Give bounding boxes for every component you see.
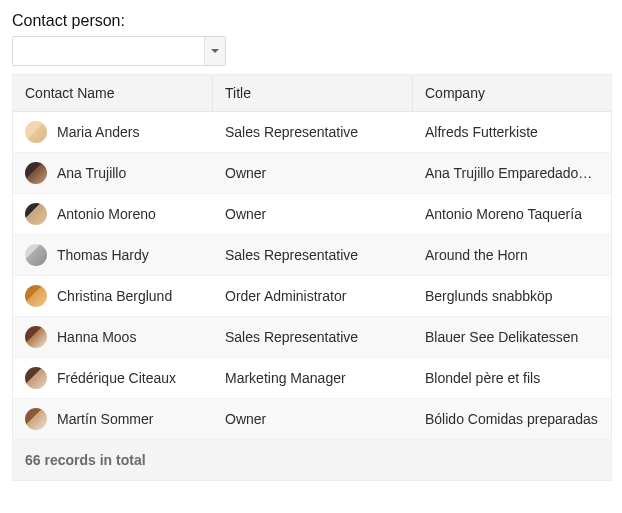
title-cell: Owner [213, 197, 413, 231]
contact-name-cell: Antonio Moreno [57, 206, 156, 222]
table-row[interactable]: Maria Anders Sales Representative Alfred… [13, 112, 611, 153]
column-header-contact-name[interactable]: Contact Name [13, 75, 213, 111]
table-row[interactable]: Ana Trujillo Owner Ana Trujillo Empareda… [13, 153, 611, 194]
contact-name-cell: Martín Sommer [57, 411, 153, 427]
company-cell: Blondel père et fils [413, 361, 611, 395]
contacts-grid: Contact Name Title Company Maria Anders … [12, 74, 612, 481]
contact-name-cell: Thomas Hardy [57, 247, 149, 263]
company-cell: Ana Trujillo Emparedados y helados [413, 156, 611, 190]
title-cell: Sales Representative [213, 320, 413, 354]
contact-name-cell: Frédérique Citeaux [57, 370, 176, 386]
title-cell: Sales Representative [213, 238, 413, 272]
avatar [25, 408, 47, 430]
avatar [25, 203, 47, 225]
contact-name-cell: Ana Trujillo [57, 165, 126, 181]
contact-person-combobox[interactable] [12, 36, 226, 66]
avatar [25, 162, 47, 184]
column-header-title[interactable]: Title [213, 75, 413, 111]
chevron-down-icon [210, 46, 220, 56]
table-row[interactable]: Antonio Moreno Owner Antonio Moreno Taqu… [13, 194, 611, 235]
company-cell: Antonio Moreno Taquería [413, 197, 611, 231]
avatar [25, 121, 47, 143]
title-cell: Owner [213, 402, 413, 436]
grid-body: Maria Anders Sales Representative Alfred… [13, 112, 611, 440]
contact-person-input[interactable] [13, 37, 204, 65]
avatar [25, 326, 47, 348]
grid-footer-summary: 66 records in total [13, 440, 611, 480]
combobox-toggle-button[interactable] [204, 37, 225, 65]
table-row[interactable]: Thomas Hardy Sales Representative Around… [13, 235, 611, 276]
contact-name-cell: Christina Berglund [57, 288, 172, 304]
avatar [25, 285, 47, 307]
table-row[interactable]: Christina Berglund Order Administrator B… [13, 276, 611, 317]
company-cell: Bólido Comidas preparadas [413, 402, 611, 436]
contact-name-cell: Maria Anders [57, 124, 139, 140]
company-cell: Alfreds Futterkiste [413, 115, 611, 149]
company-cell: Around the Horn [413, 238, 611, 272]
title-cell: Owner [213, 156, 413, 190]
avatar [25, 367, 47, 389]
company-cell: Berglunds snabbköp [413, 279, 611, 313]
contact-person-label: Contact person: [12, 12, 610, 30]
avatar [25, 244, 47, 266]
title-cell: Order Administrator [213, 279, 413, 313]
title-cell: Sales Representative [213, 115, 413, 149]
table-row[interactable]: Hanna Moos Sales Representative Blauer S… [13, 317, 611, 358]
contact-name-cell: Hanna Moos [57, 329, 136, 345]
grid-header: Contact Name Title Company [13, 75, 611, 112]
title-cell: Marketing Manager [213, 361, 413, 395]
company-cell: Blauer See Delikatessen [413, 320, 611, 354]
table-row[interactable]: Martín Sommer Owner Bólido Comidas prepa… [13, 399, 611, 440]
column-header-company[interactable]: Company [413, 75, 611, 111]
table-row[interactable]: Frédérique Citeaux Marketing Manager Blo… [13, 358, 611, 399]
